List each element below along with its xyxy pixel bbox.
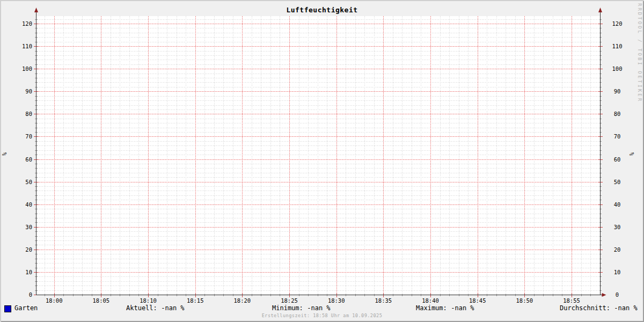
y-tick-label-left: 30 bbox=[25, 224, 32, 230]
y-tick-label-right: 90 bbox=[614, 88, 621, 94]
y-tick-label-left: 40 bbox=[25, 201, 32, 208]
x-tick-label: 18:35 bbox=[375, 297, 392, 304]
y-tick-label-left: 10 bbox=[25, 269, 32, 275]
y-tick-label-right: 10 bbox=[614, 269, 621, 275]
x-tick-label: 18:20 bbox=[234, 297, 251, 304]
chart-canvas: 18:0018:0518:1018:1518:2018:2518:3018:35… bbox=[0, 0, 644, 322]
y-tick-label-left: 50 bbox=[25, 179, 32, 185]
stat-minimum-value: -nan % bbox=[307, 304, 330, 312]
y-tick-label-left: 120 bbox=[22, 20, 32, 27]
y-axis-arrow-right bbox=[598, 8, 602, 12]
stat-durchschnitt-value: -nan % bbox=[614, 304, 637, 312]
y-tick-label-right: 20 bbox=[614, 246, 621, 253]
y-axis-arrow-left bbox=[34, 8, 38, 12]
y-axis-unit-left: % bbox=[1, 150, 9, 158]
y-tick-label-right: 40 bbox=[614, 201, 621, 208]
y-tick-label-right: 110 bbox=[612, 43, 623, 49]
stat-aktuell: Aktuell:-nan % bbox=[126, 304, 185, 312]
y-tick-label-left: 70 bbox=[25, 133, 32, 140]
x-tick-label: 18:10 bbox=[140, 297, 157, 304]
stat-durchschnitt-label: Durchschnitt: bbox=[560, 304, 610, 312]
y-tick-label-left: 100 bbox=[22, 65, 32, 72]
y-tick-label-left: 90 bbox=[25, 88, 32, 94]
x-tick-label: 18:05 bbox=[93, 297, 110, 304]
stat-maximum: Maximum:-nan % bbox=[416, 304, 474, 312]
y-tick-label-left: 0 bbox=[29, 291, 32, 298]
y-tick-label-right: 50 bbox=[614, 179, 621, 185]
x-tick-label: 18:55 bbox=[563, 297, 580, 304]
stat-aktuell-value: -nan % bbox=[161, 304, 184, 312]
y-tick-label-left: 20 bbox=[25, 246, 32, 253]
y-tick-label-right: 100 bbox=[612, 65, 623, 72]
x-axis-arrow bbox=[602, 293, 606, 297]
y-axis-unit-right: % bbox=[628, 150, 636, 158]
legend-swatch-garten bbox=[4, 305, 11, 312]
x-tick-label: 18:25 bbox=[281, 297, 298, 304]
y-tick-label-left: 80 bbox=[25, 111, 32, 117]
stat-minimum: Minimum:-nan % bbox=[272, 304, 331, 312]
y-tick-label-right: 60 bbox=[614, 156, 621, 163]
stat-minimum-label: Minimum: bbox=[272, 304, 303, 312]
y-tick-label-left: 110 bbox=[22, 43, 32, 49]
x-tick-label: 18:40 bbox=[422, 297, 439, 304]
rrdtool-graph-image: Luftfeuchtigkeit 18:0018:0518:1018:1518:… bbox=[0, 0, 644, 322]
stat-aktuell-label: Aktuell: bbox=[126, 304, 157, 312]
y-tick-label-right: 0 bbox=[616, 291, 619, 298]
y-tick-label-right: 30 bbox=[614, 224, 621, 230]
x-tick-label: 18:00 bbox=[46, 297, 63, 304]
stat-maximum-value: -nan % bbox=[451, 304, 474, 312]
x-tick-label: 18:30 bbox=[328, 297, 345, 304]
x-tick-label: 18:50 bbox=[516, 297, 533, 304]
legend-row: Garten Aktuell:-nan % Minimum:-nan % Max… bbox=[0, 304, 644, 313]
x-tick-label: 18:15 bbox=[187, 297, 204, 304]
y-tick-label-right: 120 bbox=[612, 20, 623, 27]
stat-maximum-label: Maximum: bbox=[416, 304, 447, 312]
y-tick-label-right: 80 bbox=[614, 111, 621, 117]
stat-durchschnitt: Durchschnitt:-nan % bbox=[560, 304, 638, 312]
rrdtool-watermark: RRDTOOL / TOBI OETIKER bbox=[637, 3, 642, 103]
x-tick-label: 18:45 bbox=[469, 297, 486, 304]
y-tick-label-right: 70 bbox=[614, 133, 621, 140]
creation-time-text: Erstellungszeit: 18:58 Uhr am 10.09.2025 bbox=[0, 313, 644, 318]
legend-series-label: Garten bbox=[14, 304, 38, 312]
y-tick-label-left: 60 bbox=[25, 156, 32, 163]
